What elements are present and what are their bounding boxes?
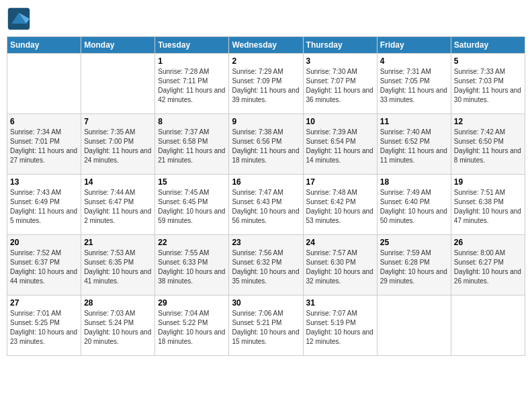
day-number: 7 <box>84 117 152 126</box>
day-info: Sunrise: 7:42 AM Sunset: 6:50 PM Dayligh… <box>454 128 522 165</box>
header-row: SundayMondayTuesdayWednesdayThursdayFrid… <box>7 37 525 54</box>
day-number: 27 <box>10 298 78 308</box>
day-info: Sunrise: 7:06 AM Sunset: 5:21 PM Dayligh… <box>232 309 300 347</box>
calendar-cell: 11Sunrise: 7:40 AM Sunset: 6:52 PM Dayli… <box>377 114 451 175</box>
day-info: Sunrise: 7:35 AM Sunset: 7:00 PM Dayligh… <box>84 128 152 165</box>
week-row-3: 13Sunrise: 7:43 AM Sunset: 6:49 PM Dayli… <box>7 175 525 235</box>
day-number: 25 <box>380 238 448 247</box>
day-number: 16 <box>232 177 300 187</box>
day-info: Sunrise: 7:38 AM Sunset: 6:56 PM Dayligh… <box>232 128 300 165</box>
day-info: Sunrise: 7:28 AM Sunset: 7:11 PM Dayligh… <box>158 67 226 105</box>
day-number: 19 <box>454 177 522 187</box>
day-info: Sunrise: 7:51 AM Sunset: 6:38 PM Dayligh… <box>454 188 522 226</box>
calendar-cell: 6Sunrise: 7:34 AM Sunset: 7:01 PM Daylig… <box>7 114 81 175</box>
day-info: Sunrise: 7:39 AM Sunset: 6:54 PM Dayligh… <box>306 128 374 165</box>
day-number: 1 <box>158 56 226 66</box>
day-number: 3 <box>306 56 374 66</box>
day-number: 22 <box>158 238 226 247</box>
day-info: Sunrise: 7:30 AM Sunset: 7:07 PM Dayligh… <box>306 67 374 105</box>
calendar-cell: 17Sunrise: 7:48 AM Sunset: 6:42 PM Dayli… <box>303 175 377 235</box>
day-number: 28 <box>84 298 152 308</box>
calendar-cell: 13Sunrise: 7:43 AM Sunset: 6:49 PM Dayli… <box>7 175 81 235</box>
day-number: 6 <box>10 117 78 126</box>
day-number: 10 <box>306 117 374 126</box>
week-row-5: 27Sunrise: 7:01 AM Sunset: 5:25 PM Dayli… <box>7 295 525 356</box>
day-header-saturday: Saturday <box>451 37 525 54</box>
day-info: Sunrise: 7:47 AM Sunset: 6:43 PM Dayligh… <box>232 188 300 226</box>
calendar-cell: 2Sunrise: 7:29 AM Sunset: 7:09 PM Daylig… <box>229 54 303 114</box>
day-number: 18 <box>380 177 448 187</box>
day-number: 13 <box>10 177 78 187</box>
day-number: 23 <box>232 238 300 247</box>
calendar-cell: 25Sunrise: 7:59 AM Sunset: 6:28 PM Dayli… <box>377 235 451 295</box>
calendar-cell: 26Sunrise: 8:00 AM Sunset: 6:27 PM Dayli… <box>451 235 525 295</box>
calendar-cell: 29Sunrise: 7:04 AM Sunset: 5:22 PM Dayli… <box>155 295 229 356</box>
day-number: 24 <box>306 238 374 247</box>
day-header-wednesday: Wednesday <box>229 37 303 54</box>
day-info: Sunrise: 7:53 AM Sunset: 6:35 PM Dayligh… <box>84 248 152 286</box>
day-number: 2 <box>232 56 300 66</box>
calendar-cell: 8Sunrise: 7:37 AM Sunset: 6:58 PM Daylig… <box>155 114 229 175</box>
calendar-cell: 5Sunrise: 7:33 AM Sunset: 7:03 PM Daylig… <box>451 54 525 114</box>
day-info: Sunrise: 7:48 AM Sunset: 6:42 PM Dayligh… <box>306 188 374 226</box>
day-info: Sunrise: 7:29 AM Sunset: 7:09 PM Dayligh… <box>232 67 300 105</box>
day-info: Sunrise: 7:49 AM Sunset: 6:40 PM Dayligh… <box>380 188 448 226</box>
calendar-cell <box>451 295 525 356</box>
calendar-cell: 1Sunrise: 7:28 AM Sunset: 7:11 PM Daylig… <box>155 54 229 114</box>
day-info: Sunrise: 8:00 AM Sunset: 6:27 PM Dayligh… <box>454 248 522 286</box>
day-number: 15 <box>158 177 226 187</box>
day-info: Sunrise: 7:44 AM Sunset: 6:47 PM Dayligh… <box>84 188 152 226</box>
day-number: 14 <box>84 177 152 187</box>
calendar-cell: 30Sunrise: 7:06 AM Sunset: 5:21 PM Dayli… <box>229 295 303 356</box>
day-header-sunday: Sunday <box>7 37 81 54</box>
calendar-cell: 10Sunrise: 7:39 AM Sunset: 6:54 PM Dayli… <box>303 114 377 175</box>
calendar-cell: 3Sunrise: 7:30 AM Sunset: 7:07 PM Daylig… <box>303 54 377 114</box>
day-info: Sunrise: 7:52 AM Sunset: 6:37 PM Dayligh… <box>10 248 78 286</box>
day-number: 12 <box>454 117 522 126</box>
calendar-cell: 22Sunrise: 7:55 AM Sunset: 6:33 PM Dayli… <box>155 235 229 295</box>
calendar-cell: 20Sunrise: 7:52 AM Sunset: 6:37 PM Dayli… <box>7 235 81 295</box>
calendar-cell: 21Sunrise: 7:53 AM Sunset: 6:35 PM Dayli… <box>81 235 155 295</box>
day-number: 21 <box>84 238 152 247</box>
day-info: Sunrise: 7:43 AM Sunset: 6:49 PM Dayligh… <box>10 188 78 226</box>
calendar-cell: 14Sunrise: 7:44 AM Sunset: 6:47 PM Dayli… <box>81 175 155 235</box>
day-info: Sunrise: 7:01 AM Sunset: 5:25 PM Dayligh… <box>10 309 78 347</box>
day-info: Sunrise: 7:37 AM Sunset: 6:58 PM Dayligh… <box>158 128 226 165</box>
calendar-cell: 7Sunrise: 7:35 AM Sunset: 7:00 PM Daylig… <box>81 114 155 175</box>
day-header-friday: Friday <box>377 37 451 54</box>
day-info: Sunrise: 7:45 AM Sunset: 6:45 PM Dayligh… <box>158 188 226 226</box>
day-number: 26 <box>454 238 522 247</box>
day-info: Sunrise: 7:04 AM Sunset: 5:22 PM Dayligh… <box>158 309 226 347</box>
week-row-4: 20Sunrise: 7:52 AM Sunset: 6:37 PM Dayli… <box>7 235 525 295</box>
day-number: 5 <box>454 56 522 66</box>
day-number: 4 <box>380 56 448 66</box>
day-number: 9 <box>232 117 300 126</box>
day-header-monday: Monday <box>81 37 155 54</box>
week-row-2: 6Sunrise: 7:34 AM Sunset: 7:01 PM Daylig… <box>7 114 525 175</box>
day-header-tuesday: Tuesday <box>155 37 229 54</box>
calendar-cell: 27Sunrise: 7:01 AM Sunset: 5:25 PM Dayli… <box>7 295 81 356</box>
day-info: Sunrise: 7:40 AM Sunset: 6:52 PM Dayligh… <box>380 128 448 165</box>
day-number: 11 <box>380 117 448 126</box>
day-info: Sunrise: 7:59 AM Sunset: 6:28 PM Dayligh… <box>380 248 448 286</box>
day-header-thursday: Thursday <box>303 37 377 54</box>
calendar-cell: 15Sunrise: 7:45 AM Sunset: 6:45 PM Dayli… <box>155 175 229 235</box>
day-info: Sunrise: 7:33 AM Sunset: 7:03 PM Dayligh… <box>454 67 522 105</box>
day-info: Sunrise: 7:57 AM Sunset: 6:30 PM Dayligh… <box>306 248 374 286</box>
page-header <box>7 7 525 31</box>
calendar-table: SundayMondayTuesdayWednesdayThursdayFrid… <box>7 36 525 356</box>
calendar-cell: 12Sunrise: 7:42 AM Sunset: 6:50 PM Dayli… <box>451 114 525 175</box>
calendar-cell: 9Sunrise: 7:38 AM Sunset: 6:56 PM Daylig… <box>229 114 303 175</box>
day-info: Sunrise: 7:03 AM Sunset: 5:24 PM Dayligh… <box>84 309 152 347</box>
day-info: Sunrise: 7:07 AM Sunset: 5:19 PM Dayligh… <box>306 309 374 347</box>
calendar-cell: 31Sunrise: 7:07 AM Sunset: 5:19 PM Dayli… <box>303 295 377 356</box>
week-row-1: 1Sunrise: 7:28 AM Sunset: 7:11 PM Daylig… <box>7 54 525 114</box>
day-number: 30 <box>232 298 300 308</box>
calendar-cell <box>377 295 451 356</box>
calendar-cell <box>7 54 81 114</box>
day-number: 31 <box>306 298 374 308</box>
day-info: Sunrise: 7:56 AM Sunset: 6:32 PM Dayligh… <box>232 248 300 286</box>
calendar-cell: 18Sunrise: 7:49 AM Sunset: 6:40 PM Dayli… <box>377 175 451 235</box>
calendar-cell <box>81 54 155 114</box>
logo <box>7 7 34 31</box>
